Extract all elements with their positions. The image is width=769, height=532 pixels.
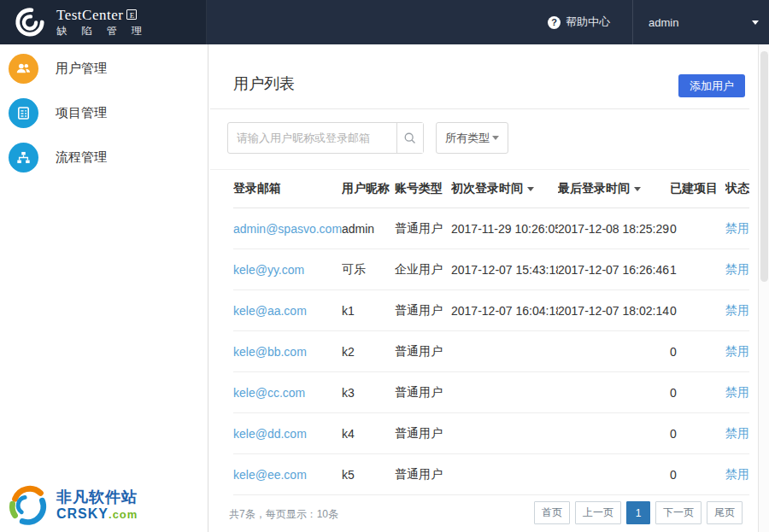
disable-user-link[interactable]: 禁用 (725, 344, 749, 358)
first-login-time: 2017-11-29 10:26:05 (451, 222, 558, 236)
disable-user-link[interactable]: 禁用 (725, 221, 749, 235)
col-email: 登录邮箱 (233, 181, 342, 196)
vertical-scrollbar[interactable] (758, 44, 769, 532)
pagination-first-button[interactable]: 首页 (534, 501, 570, 524)
table-row: kele@bb.com k2 普通用户 0 禁用 (233, 331, 749, 372)
add-user-button[interactable]: 添加用户 (678, 74, 745, 97)
table-footer: 共7条，每页显示：10条 首页 上一页 1 下一页 尾页 (210, 495, 749, 532)
projects-count: 0 (670, 468, 725, 482)
disable-user-link[interactable]: 禁用 (725, 467, 749, 481)
user-nickname: k2 (342, 345, 395, 359)
sidebar-item-project-management[interactable]: 项目管理 (0, 91, 207, 135)
search-box (227, 122, 424, 154)
sort-caret-icon (634, 187, 641, 191)
watermark-tld: .com (109, 508, 138, 521)
user-menu[interactable]: admin (632, 0, 769, 44)
question-circle-icon (548, 16, 561, 29)
first-login-time: 2017-12-07 16:04:18 (451, 304, 558, 318)
scrollbar-thumb[interactable] (760, 51, 768, 282)
account-type: 普通用户 (395, 303, 451, 319)
account-type: 普通用户 (395, 467, 451, 482)
type-filter-select[interactable]: 所有类型 (436, 122, 508, 154)
projects-count: 0 (670, 427, 725, 441)
user-nickname: k1 (342, 304, 395, 318)
user-nickname: k3 (342, 386, 395, 400)
chevron-down-icon (492, 136, 499, 140)
account-type: 普通用户 (395, 221, 451, 237)
brand-logo: TestCenterE 缺 陷 管 理 (0, 0, 207, 44)
panel-header: 用户列表 添加用户 (210, 44, 749, 109)
account-type: 普通用户 (395, 385, 451, 400)
help-center-label: 帮助中心 (566, 15, 610, 30)
account-type: 普通用户 (395, 426, 451, 441)
search-input[interactable] (228, 123, 396, 153)
crsky-swirl-icon (3, 481, 53, 530)
user-email-link[interactable]: kele@bb.com (233, 345, 307, 359)
crsky-watermark-logo: 非凡软件站 CRSKY.com (3, 481, 138, 530)
disable-user-link[interactable]: 禁用 (725, 426, 749, 440)
watermark-brand: CRSKY (56, 506, 109, 521)
sort-caret-icon (527, 187, 534, 191)
help-center-link[interactable]: 帮助中心 (548, 15, 610, 30)
user-email-link[interactable]: kele@cc.com (233, 386, 305, 400)
main-panel: 用户列表 添加用户 所有类型 登录邮箱 用户昵称 (210, 44, 749, 532)
pagination-next-button[interactable]: 下一页 (655, 501, 701, 524)
sidebar-nav: 用户管理 项目管理 (0, 44, 207, 532)
pagination-last-button[interactable]: 尾页 (707, 501, 743, 524)
account-type: 普通用户 (395, 344, 451, 360)
user-nickname: k5 (342, 468, 395, 482)
brand-title: TestCenter (56, 7, 123, 24)
col-projects: 已建项目 (670, 181, 725, 196)
projects-count: 0 (670, 222, 725, 236)
col-status: 状态 (725, 181, 749, 196)
sidebar-item-label: 用户管理 (56, 61, 107, 77)
testcenter-swirl-icon (14, 6, 46, 38)
page-title: 用户列表 (233, 73, 295, 94)
table-row: kele@cc.com k3 普通用户 0 禁用 (233, 372, 749, 413)
pagination: 首页 上一页 1 下一页 尾页 (534, 501, 743, 524)
table-row: kele@dd.com k4 普通用户 0 禁用 (233, 413, 749, 454)
table-row: kele@ee.com k5 普通用户 0 禁用 (233, 454, 749, 495)
sidebar-item-label: 流程管理 (56, 149, 107, 166)
user-nickname: 可乐 (342, 262, 395, 278)
search-icon (403, 132, 417, 145)
sidebar-item-user-management[interactable]: 用户管理 (0, 46, 207, 91)
search-button[interactable] (396, 123, 423, 153)
col-last-login-sort[interactable]: 最后登录时间 (558, 181, 670, 196)
pagination-page-1-button[interactable]: 1 (626, 501, 650, 524)
disable-user-link[interactable]: 禁用 (725, 262, 749, 276)
top-header: TestCenterE 缺 陷 管 理 帮助中心 admin (0, 0, 769, 44)
disable-user-link[interactable]: 禁用 (725, 385, 749, 399)
col-nickname: 用户昵称 (342, 181, 395, 196)
last-login-time: 2017-12-07 16:26:46 (558, 263, 670, 277)
flow-icon (9, 143, 38, 172)
app-window: TestCenterE 缺 陷 管 理 帮助中心 admin (0, 0, 769, 532)
sidebar-item-process-management[interactable]: 流程管理 (0, 135, 207, 179)
projects-count: 0 (670, 345, 725, 359)
table-row: kele@yy.com 可乐 企业用户 2017-12-07 15:43:18 … (233, 249, 749, 290)
records-summary: 共7条，每页显示：10条 (229, 507, 338, 522)
first-login-time: 2017-12-07 15:43:18 (451, 263, 558, 277)
table-header-row: 登录邮箱 用户昵称 账号类型 初次登录时间 最后登录时间 已建项目 状态 (233, 170, 749, 208)
pagination-prev-button[interactable]: 上一页 (575, 501, 621, 524)
account-type: 企业用户 (395, 262, 451, 278)
projects-count: 0 (670, 386, 725, 400)
type-filter-value: 所有类型 (445, 131, 490, 146)
user-email-link[interactable]: kele@ee.com (233, 468, 307, 482)
disable-user-link[interactable]: 禁用 (725, 303, 749, 317)
sidebar-divider (208, 44, 208, 532)
user-email-link[interactable]: kele@yy.com (233, 263, 304, 277)
project-icon (9, 98, 38, 128)
brand-subtitle: 缺 陷 管 理 (56, 26, 148, 38)
watermark-name: 非凡软件站 (56, 489, 138, 506)
user-email-link[interactable]: kele@aa.com (233, 304, 307, 318)
col-first-login-sort[interactable]: 初次登录时间 (451, 181, 558, 196)
user-nickname: k4 (342, 427, 395, 441)
users-icon (9, 54, 38, 84)
chevron-down-icon (752, 20, 759, 25)
user-email-link[interactable]: admin@spasvo.com (233, 222, 342, 236)
projects-count: 1 (670, 263, 725, 277)
user-email-link[interactable]: kele@dd.com (233, 427, 307, 441)
user-table: 登录邮箱 用户昵称 账号类型 初次登录时间 最后登录时间 已建项目 状态 adm… (210, 169, 749, 495)
last-login-time: 2017-12-08 18:25:29 (558, 222, 670, 236)
